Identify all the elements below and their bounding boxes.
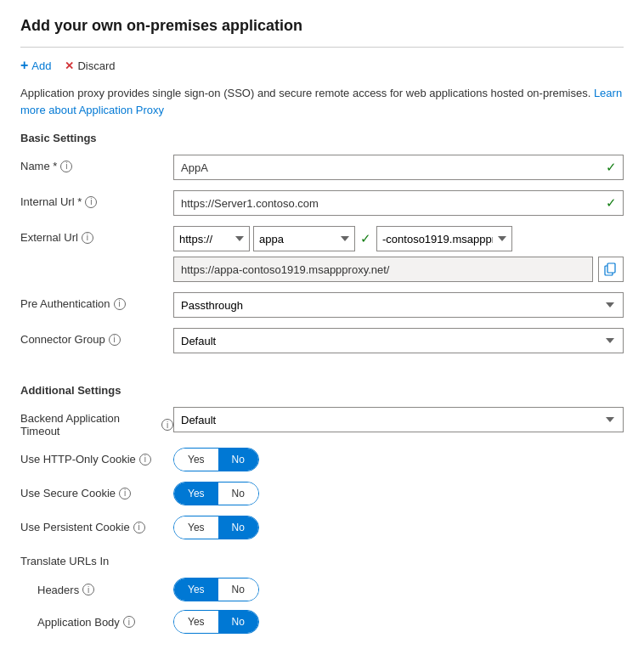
- external-url-display-input: [173, 257, 593, 282]
- pre-auth-info-icon[interactable]: i: [114, 298, 126, 310]
- internal-url-input[interactable]: [173, 190, 624, 216]
- app-body-info-icon[interactable]: i: [123, 616, 135, 628]
- app-body-toggle: Yes No: [173, 610, 259, 634]
- headers-label: Headers: [37, 584, 79, 596]
- internal-url-info-icon[interactable]: i: [85, 196, 97, 208]
- x-icon: ✕: [65, 59, 74, 72]
- pre-auth-row: Pre Authentication i Passthrough Azure A…: [20, 292, 624, 318]
- connector-group-row: Connector Group i Default: [20, 328, 624, 353]
- pre-auth-label: Pre Authentication: [20, 297, 110, 310]
- app-body-label: Application Body: [37, 616, 120, 629]
- http-cookie-toggle: Yes No: [173, 448, 259, 471]
- external-url-scheme-select[interactable]: https://: [173, 226, 250, 251]
- external-url-domain-select[interactable]: -contoso1919.msappproxy.net/: [376, 226, 512, 251]
- backend-timeout-row: Backend Application Timeout i Default Lo…: [20, 407, 624, 437]
- external-url-row: External Url i https:// appa ✓ -contoso1…: [20, 226, 624, 282]
- discard-label: Discard: [77, 59, 115, 72]
- headers-info-icon[interactable]: i: [82, 584, 94, 595]
- http-cookie-no-button[interactable]: No: [218, 449, 258, 471]
- secure-cookie-yes-button[interactable]: Yes: [174, 483, 218, 505]
- secure-cookie-no-button[interactable]: No: [218, 483, 258, 505]
- http-cookie-info-icon[interactable]: i: [139, 454, 151, 466]
- app-body-no-button[interactable]: No: [218, 611, 258, 633]
- http-cookie-label: Use HTTP-Only Cookie: [20, 453, 136, 466]
- external-url-info-icon[interactable]: i: [82, 232, 93, 244]
- headers-no-button[interactable]: No: [218, 578, 258, 601]
- secure-cookie-label: Use Secure Cookie: [20, 487, 116, 499]
- headers-yes-button[interactable]: Yes: [174, 578, 218, 601]
- add-button[interactable]: + Add: [20, 58, 51, 73]
- persistent-cookie-yes-button[interactable]: Yes: [174, 516, 218, 539]
- additional-settings-title: Additional Settings: [20, 384, 624, 397]
- backend-timeout-info-icon[interactable]: i: [161, 419, 173, 431]
- secure-cookie-info-icon[interactable]: i: [119, 488, 131, 499]
- name-info-icon[interactable]: i: [60, 161, 72, 172]
- copy-url-button[interactable]: [598, 257, 624, 282]
- description-text: Application proxy provides single sign-o…: [20, 85, 624, 118]
- page-title: Add your own on-premises application: [20, 17, 624, 35]
- internal-url-check-icon: ✓: [606, 195, 617, 211]
- connector-group-select[interactable]: Default: [173, 328, 624, 353]
- translate-urls-label: Translate URLs In: [20, 555, 109, 567]
- secure-cookie-row: Use Secure Cookie i Yes No: [20, 482, 624, 505]
- svg-rect-1: [607, 263, 615, 273]
- http-cookie-row: Use HTTP-Only Cookie i Yes No: [20, 448, 624, 471]
- persistent-cookie-toggle: Yes No: [173, 516, 259, 539]
- app-body-yes-button[interactable]: Yes: [174, 611, 218, 633]
- plus-icon: +: [20, 58, 28, 73]
- headers-row: Headers i Yes No: [20, 578, 624, 601]
- name-check-icon: ✓: [606, 160, 617, 175]
- headers-toggle: Yes No: [173, 578, 259, 601]
- http-cookie-yes-button[interactable]: Yes: [174, 449, 218, 471]
- app-body-row: Application Body i Yes No: [20, 610, 624, 634]
- persistent-cookie-no-button[interactable]: No: [218, 516, 258, 539]
- backend-timeout-label: Backend Application Timeout: [20, 412, 158, 437]
- connector-group-info-icon[interactable]: i: [109, 334, 121, 346]
- subdomain-check-icon: ✓: [360, 231, 371, 246]
- name-label: Name *: [20, 160, 57, 172]
- persistent-cookie-row: Use Persistent Cookie i Yes No: [20, 516, 624, 539]
- divider: [20, 47, 624, 48]
- additional-settings-section: Additional Settings Backend Application …: [20, 384, 624, 634]
- persistent-cookie-label: Use Persistent Cookie: [20, 521, 130, 533]
- internal-url-label: Internal Url *: [20, 195, 82, 208]
- translate-urls-row: Translate URLs In: [20, 550, 624, 567]
- copy-icon: [604, 262, 618, 276]
- basic-settings-title: Basic Settings: [20, 132, 624, 144]
- basic-settings-section: Basic Settings Name * i ✓ Internal Url *…: [20, 132, 624, 353]
- backend-timeout-select[interactable]: Default Long: [173, 407, 624, 432]
- pre-auth-select[interactable]: Passthrough Azure Active Directory: [173, 292, 624, 318]
- connector-group-label: Connector Group: [20, 333, 105, 346]
- name-input[interactable]: [173, 155, 624, 180]
- name-row: Name * i ✓: [20, 155, 624, 180]
- persistent-cookie-info-icon[interactable]: i: [133, 522, 145, 533]
- secure-cookie-toggle: Yes No: [173, 482, 259, 505]
- toolbar: + Add ✕ Discard: [20, 58, 624, 73]
- internal-url-row: Internal Url * i ✓: [20, 190, 624, 216]
- external-url-label: External Url: [20, 231, 78, 244]
- discard-button[interactable]: ✕ Discard: [65, 59, 115, 72]
- add-label: Add: [31, 59, 51, 72]
- external-url-subdomain-select[interactable]: appa: [253, 226, 355, 251]
